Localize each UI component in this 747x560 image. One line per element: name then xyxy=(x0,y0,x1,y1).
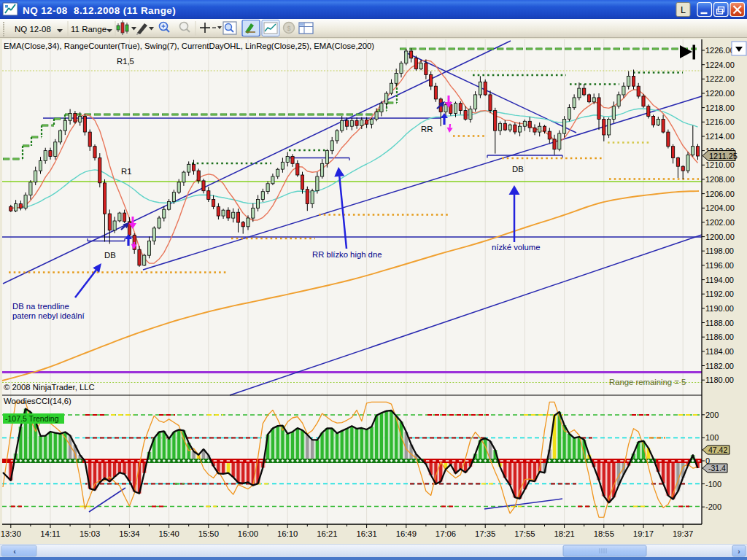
svg-text:1218.00: 1218.00 xyxy=(705,104,735,112)
svg-text:$: $ xyxy=(287,24,291,32)
svg-text:16:21: 16:21 xyxy=(317,529,337,538)
svg-text:200: 200 xyxy=(705,411,719,419)
svg-text:100: 100 xyxy=(705,433,719,442)
svg-text:15:50: 15:50 xyxy=(198,529,219,538)
svg-text:1184.00: 1184.00 xyxy=(705,347,734,356)
svg-text:13:30: 13:30 xyxy=(1,529,21,538)
svg-text:17:55: 17:55 xyxy=(514,529,535,538)
svg-text:1214.00: 1214.00 xyxy=(705,132,735,141)
svg-text:R1,5: R1,5 xyxy=(117,57,134,66)
svg-text:Range remaining = 5: Range remaining = 5 xyxy=(609,378,686,386)
svg-text:NQ 12-08 8.12.2008 (11 Range): NQ 12-08 8.12.2008 (11 Range) xyxy=(23,5,176,16)
svg-text:17:06: 17:06 xyxy=(436,529,456,538)
svg-text:1216.00: 1216.00 xyxy=(705,117,735,126)
svg-text:-200: -200 xyxy=(705,502,721,511)
svg-text:L: L xyxy=(681,5,686,15)
svg-text:1186.00: 1186.00 xyxy=(705,332,734,341)
svg-text:1194.00: 1194.00 xyxy=(705,276,734,284)
svg-text:1182.00: 1182.00 xyxy=(705,362,734,370)
svg-text:‹: ‹ xyxy=(13,547,16,556)
svg-text:18:21: 18:21 xyxy=(554,529,574,538)
svg-text:1198.00: 1198.00 xyxy=(705,246,734,255)
svg-text:WoodiesCCI(14,6): WoodiesCCI(14,6) xyxy=(4,397,71,405)
svg-text:1202.00: 1202.00 xyxy=(705,218,735,227)
svg-text:-100: -100 xyxy=(705,480,721,489)
svg-text:47.42: 47.42 xyxy=(708,446,727,454)
svg-text:nízké volume: nízké volume xyxy=(492,243,541,252)
svg-text:14:11: 14:11 xyxy=(40,529,60,538)
svg-text:1188.00: 1188.00 xyxy=(705,319,734,327)
svg-text:16:10: 16:10 xyxy=(277,529,298,538)
svg-text:NQ 12-08: NQ 12-08 xyxy=(15,25,51,34)
svg-text:RR: RR xyxy=(421,125,433,133)
svg-text:1192.00: 1192.00 xyxy=(705,289,734,298)
svg-text:16:49: 16:49 xyxy=(396,529,417,538)
svg-text:DB: DB xyxy=(512,165,524,174)
svg-text:19:17: 19:17 xyxy=(633,529,654,538)
svg-text:15:40: 15:40 xyxy=(158,529,179,538)
svg-text:DB: DB xyxy=(104,251,116,260)
svg-text:1206.00: 1206.00 xyxy=(705,190,735,198)
svg-text:DB na trendline: DB na trendline xyxy=(12,302,69,311)
svg-text:›: › xyxy=(738,548,740,556)
svg-text:15:03: 15:03 xyxy=(80,529,100,538)
svg-text:1200.00: 1200.00 xyxy=(705,233,735,241)
svg-text:1208.00: 1208.00 xyxy=(705,175,735,184)
svg-text:patern nebyl ideální: patern nebyl ideální xyxy=(12,311,85,320)
svg-text:1220.00: 1220.00 xyxy=(705,89,735,98)
svg-text:-31.4: -31.4 xyxy=(708,464,726,472)
svg-text:EMA(Close,34), RangeCounter(Tr: EMA(Close,34), RangeCounter(True), Swing… xyxy=(4,42,374,50)
svg-text:1204.00: 1204.00 xyxy=(705,203,735,212)
svg-text:18:55: 18:55 xyxy=(594,529,614,538)
svg-text:16:31: 16:31 xyxy=(356,529,376,538)
svg-text:17:35: 17:35 xyxy=(475,529,495,538)
svg-text:© 2008 NinjaTrader, LLC: © 2008 NinjaTrader, LLC xyxy=(4,383,95,392)
svg-text:RR blízko high dne: RR blízko high dne xyxy=(312,250,382,259)
svg-text:1211.25: 1211.25 xyxy=(709,152,738,160)
svg-text:16:00: 16:00 xyxy=(238,529,258,538)
svg-text:15:34: 15:34 xyxy=(119,529,139,538)
svg-text:19:37: 19:37 xyxy=(673,529,693,538)
svg-text:1190.00: 1190.00 xyxy=(705,304,734,313)
svg-text:1222.00: 1222.00 xyxy=(705,74,735,83)
svg-text:1180.00: 1180.00 xyxy=(705,376,734,384)
svg-text:1226.00: 1226.00 xyxy=(705,46,735,55)
svg-text:11 Range: 11 Range xyxy=(71,25,107,34)
svg-text:1224.00: 1224.00 xyxy=(705,61,735,69)
svg-text:R1: R1 xyxy=(121,167,131,176)
svg-text:1196.00: 1196.00 xyxy=(705,261,734,270)
svg-text:1210.00: 1210.00 xyxy=(705,160,735,169)
svg-text:-107.5 Trending: -107.5 Trending xyxy=(5,414,59,423)
